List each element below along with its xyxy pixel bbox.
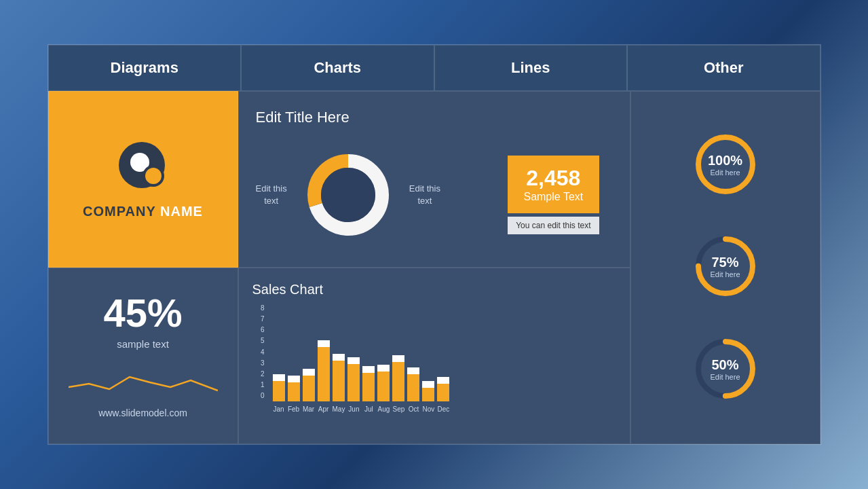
bar-aug: Aug xyxy=(377,365,390,413)
bar-dec: Dec xyxy=(437,377,449,413)
big-number: 2,458 xyxy=(521,166,585,191)
right-column: 100% Edit here 75% Edit here xyxy=(630,91,820,444)
edit-title-content: Edit thistext Edit thistext xyxy=(256,140,613,250)
sample-text: sample text xyxy=(117,338,169,350)
bar-apr: Apr xyxy=(318,340,330,413)
company-name: COMPANY NAME xyxy=(83,204,203,219)
header-lines: Lines xyxy=(434,45,628,91)
website-url: www.slidemodel.com xyxy=(98,408,187,418)
bar-nov: Nov xyxy=(422,381,434,413)
sales-chart-box: Sales Chart 0 1 2 3 4 5 6 7 8 xyxy=(238,268,630,444)
header-other: Other xyxy=(627,45,820,91)
sales-title: Sales Chart xyxy=(252,282,616,297)
edit-right-text[interactable]: Edit thistext xyxy=(409,183,440,207)
edit-left-text[interactable]: Edit thistext xyxy=(256,183,287,207)
number-box: 2,458 Sample Text You can edit this text xyxy=(508,156,599,234)
edit-subtext[interactable]: You can edit this text xyxy=(508,217,599,234)
bar-oct: Oct xyxy=(407,367,419,413)
svg-point-6 xyxy=(321,168,375,222)
stats-box: 45% sample text www.slidemodel.com xyxy=(48,268,238,444)
donut-chart xyxy=(294,141,402,249)
line-chart xyxy=(69,363,218,397)
dashboard: Diagrams Charts Lines Other xyxy=(48,44,821,445)
bar-jan: Jan xyxy=(273,374,285,413)
circle-50-graphic: 50% Edit here xyxy=(692,335,759,403)
bars-area: Jan Feb xyxy=(273,318,616,413)
bar-jun: Jun xyxy=(347,357,360,413)
middle-column: Edit Title Here Edit thistext xyxy=(238,91,630,444)
bar-feb: Feb xyxy=(288,376,300,413)
circle-100: 100% Edit here xyxy=(692,130,759,201)
header-diagrams: Diagrams xyxy=(48,45,242,91)
header-charts: Charts xyxy=(241,45,434,91)
company-box: COMPANY NAME xyxy=(48,91,238,268)
sample-label: Sample Text xyxy=(523,191,583,202)
company-logo xyxy=(116,139,170,194)
left-column: COMPANY NAME 45% sample text www.slidemo… xyxy=(48,91,238,444)
content-row: COMPANY NAME 45% sample text www.slidemo… xyxy=(48,91,820,444)
bar-jul: Jul xyxy=(362,366,375,413)
bar-mar: Mar xyxy=(303,369,315,413)
y-axis: 0 1 2 3 4 5 6 7 8 xyxy=(252,304,265,399)
svg-point-2 xyxy=(144,166,163,185)
header-row: Diagrams Charts Lines Other xyxy=(48,45,820,91)
bar-may: May xyxy=(333,354,345,413)
circle-50: 50% Edit here xyxy=(692,335,759,405)
edit-title-box: Edit Title Here Edit thistext xyxy=(238,91,630,268)
edit-title[interactable]: Edit Title Here xyxy=(256,109,613,126)
circle-100-graphic: 100% Edit here xyxy=(692,130,759,198)
bar-chart: 0 1 2 3 4 5 6 7 8 xyxy=(252,304,616,413)
percent-value: 45% xyxy=(103,293,182,333)
bar-sep: Sep xyxy=(392,355,404,413)
orange-number-box: 2,458 Sample Text xyxy=(508,156,599,213)
circle-75: 75% Edit here xyxy=(692,232,759,303)
circle-75-graphic: 75% Edit here xyxy=(692,232,759,300)
